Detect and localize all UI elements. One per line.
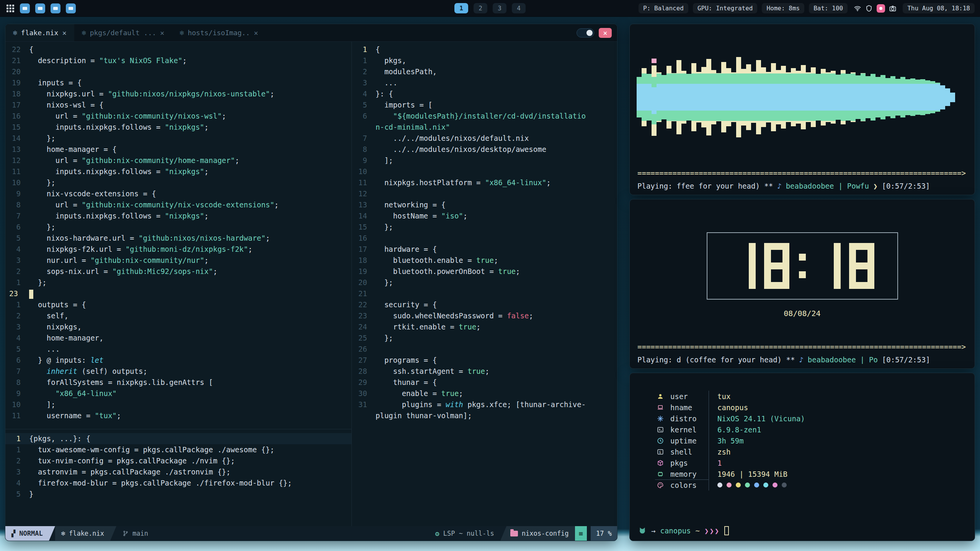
workspace-icon[interactable]	[66, 3, 76, 13]
lines-icon: ≡	[575, 526, 587, 541]
cat-icon	[638, 527, 647, 535]
tag-1[interactable]: 1	[454, 3, 468, 13]
iso-image-pane[interactable]: 1{1 pkgs,2 modulesPath,3 ...4}: {5 impor…	[352, 42, 617, 526]
code-line: 23 sudo.wheelNeedsPassword = false;	[352, 310, 617, 321]
viz-bar	[652, 59, 657, 136]
tag-2[interactable]: 2	[474, 3, 487, 13]
viz-bar	[945, 88, 950, 106]
viz-bar	[831, 71, 836, 124]
code-line: 2 tux-nvim-config = pkgs.callPackage ./n…	[5, 455, 351, 466]
app-launcher-icon[interactable]	[6, 4, 15, 13]
code-line: 21	[352, 288, 617, 299]
viz-bar	[726, 68, 731, 126]
code-line: 4 home-manager,	[5, 333, 351, 344]
project-name: nixos-config	[506, 526, 575, 541]
folder-icon	[510, 531, 518, 536]
viz-bar	[826, 72, 831, 122]
code-line: 6 } @ inputs: let	[5, 355, 351, 366]
shell-prompt[interactable]: → canopus ~ ❯❯❯	[638, 526, 729, 535]
tag-3[interactable]: 3	[493, 3, 506, 13]
viz-bar	[851, 72, 856, 122]
flake-pane[interactable]: 22{21 description = "tux's NixOS Flake";…	[5, 42, 351, 429]
clock-date: 08/08/24	[630, 309, 975, 318]
now-playing-line: Playing:d (coffee for your head) **♪beab…	[637, 355, 972, 364]
tty-clock-terminal: 08/08/24 ===============================…	[629, 199, 975, 369]
fetch-row: colors	[655, 479, 805, 491]
viz-bar	[925, 80, 930, 114]
code-line: 7 inputs.nixpkgs.follows = "nixpkgs";	[5, 210, 351, 222]
statusline-filename: ❄ flake.nix	[55, 526, 110, 541]
viz-bar	[880, 75, 885, 119]
git-branch: main	[116, 526, 154, 541]
powerline-separator	[110, 526, 116, 541]
battery-pill: Bat: 100	[809, 3, 848, 13]
fetch-row: $shellzsh	[655, 446, 805, 457]
viz-bar	[910, 78, 915, 116]
shield-icon[interactable]	[865, 5, 873, 12]
tab-pkgs-default[interactable]: ❄ pkgs/default ... ×	[74, 24, 172, 41]
code-line: 8 forAllSystems = nixpkgs.lib.genAttrs [	[5, 377, 351, 388]
gear-icon: ⚙	[435, 530, 439, 538]
code-line: 20 };	[352, 277, 617, 288]
viz-bar	[701, 67, 706, 127]
code-line: 2 sops-nix.url = "github:Mic92/sops-nix"…	[5, 266, 351, 277]
close-icon[interactable]: ×	[160, 29, 164, 37]
code-line: 1{	[352, 44, 617, 55]
clock-frame	[707, 232, 898, 300]
network-icon[interactable]	[854, 5, 861, 12]
viz-bar	[637, 77, 642, 117]
nix-icon: ❄	[180, 29, 184, 37]
neovim-window: ❄ flake.nix × ❄ pkgs/default ... × ❄ hos…	[5, 24, 617, 541]
close-icon[interactable]: ×	[254, 29, 258, 37]
editor-tabbar: ❄ flake.nix × ❄ pkgs/default ... × ❄ hos…	[5, 24, 617, 42]
tag-4[interactable]: 4	[512, 3, 526, 13]
code-line: 27 programs = {	[352, 355, 617, 366]
workspace-icon[interactable]	[51, 3, 60, 13]
code-line: 30 enable = true;	[352, 388, 617, 399]
code-line: 12	[352, 188, 617, 199]
code-line: 5 ...	[5, 344, 351, 355]
window-close-button[interactable]: ×	[599, 28, 612, 38]
theme-toggle[interactable]	[577, 28, 594, 37]
code-line: 1 };	[5, 277, 351, 288]
ping-pill: Home: 8ms	[762, 3, 804, 13]
code-line: 9 nix-vscode-extensions = {	[5, 188, 351, 199]
code-line: 18 bluetooth.enable = true;	[352, 255, 617, 266]
code-line: 12 url = "github:nix-community/home-mana…	[5, 155, 351, 166]
tab-flake[interactable]: ❄ flake.nix ×	[5, 24, 74, 41]
code-line: 13 home-manager = {	[5, 144, 351, 155]
arrow-icon: →	[651, 527, 655, 535]
viz-bar	[666, 66, 671, 129]
viz-bar	[836, 75, 841, 120]
nix-icon: ❄	[61, 530, 65, 537]
indicator-badge[interactable]	[877, 4, 885, 13]
terminal-color-palette	[717, 483, 787, 487]
tab-hosts-isoimage[interactable]: ❄ hosts/isoImag.. ×	[172, 24, 266, 41]
code-line: 14 hostName = "iso";	[352, 210, 617, 222]
close-icon[interactable]: ×	[62, 29, 66, 37]
clock: Thu Aug 08, 18:18	[903, 3, 975, 13]
code-line: 21 description = "tux's NixOS Flake";	[5, 55, 351, 66]
code-line: 19 bluetooth.powerOnBoot = true;	[352, 266, 617, 277]
viz-bar	[686, 74, 691, 121]
terminal-icon	[655, 426, 666, 433]
music-note-icon: ♪	[777, 182, 781, 190]
code-line: 24 rtkit.enable = true;	[352, 321, 617, 333]
mode-icon: ▞	[11, 530, 15, 537]
package-icon	[655, 460, 666, 466]
viz-bar	[846, 74, 851, 121]
code-line: 17 hardware = {	[352, 244, 617, 255]
pkgs-default-pane[interactable]: 1{pkgs, ...}: {1 tux-awesome-wm-config =…	[5, 429, 351, 526]
fetch-row: usertux	[655, 391, 805, 402]
powerline-separator	[500, 526, 506, 541]
clock-colon	[798, 243, 807, 289]
code-line: 1{pkgs, ...}: {	[5, 433, 351, 444]
code-line: 31 plugins = with pkgs.xfce; [thunar-arc…	[352, 399, 617, 410]
system-info-panel: usertuxhnamecanopusdistroNixOS 24.11 (Vi…	[655, 391, 805, 491]
viz-bar	[676, 60, 681, 134]
camera-icon[interactable]	[889, 5, 897, 12]
workspace-icon[interactable]	[35, 3, 45, 13]
shell-icon: $	[655, 448, 666, 455]
viz-bar	[821, 69, 826, 126]
workspace-icon[interactable]	[20, 3, 30, 13]
